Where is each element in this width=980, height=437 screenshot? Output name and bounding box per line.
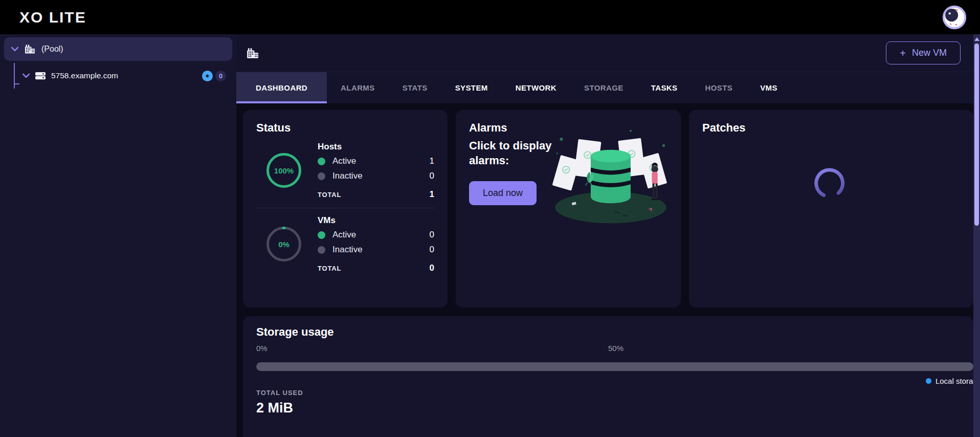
- storage-title: Storage usage: [256, 325, 334, 339]
- total-value: 1: [430, 189, 434, 200]
- inactive-value: 0: [430, 245, 434, 255]
- main-header: + New VM: [236, 34, 980, 72]
- sidebar-item-host[interactable]: 5758.example.com ★ 0: [0, 67, 236, 84]
- active-dot-icon: [318, 158, 325, 165]
- app-logo: XO LITE: [19, 9, 86, 26]
- hosts-inactive-row: Inactive 0: [318, 171, 434, 181]
- pool-label: (Pool): [41, 45, 63, 54]
- total-label: TOTAL: [318, 191, 341, 199]
- user-avatar-eye-icon[interactable]: [942, 5, 967, 30]
- vms-status-section: 0% VMs Active 0: [256, 215, 434, 273]
- axis-tick-50: 50%: [608, 344, 623, 353]
- tab-stats[interactable]: STATS: [389, 72, 441, 103]
- inactive-label: Inactive: [332, 245, 363, 255]
- total-used-label: TOTAL USED: [256, 389, 303, 397]
- load-now-button[interactable]: Load now: [469, 181, 537, 205]
- tab-storage[interactable]: STORAGE: [570, 72, 637, 103]
- tab-dashboard[interactable]: DASHBOARD: [236, 72, 327, 103]
- vms-total-row: TOTAL 0: [318, 263, 434, 273]
- hosts-total-row: TOTAL 1: [318, 189, 434, 200]
- main-panel: + New VM DASHBOARD ALARMS STATS SYSTEM N…: [236, 34, 980, 437]
- pool-city-icon: [25, 44, 35, 54]
- hosts-status-section: 100% Hosts Active 1: [256, 142, 434, 200]
- active-label: Active: [332, 230, 356, 240]
- tab-bar: DASHBOARD ALARMS STATS SYSTEM NETWORK ST…: [236, 72, 980, 103]
- database-cylinder: [591, 150, 631, 204]
- vms-active-row: Active 0: [318, 230, 434, 240]
- total-used-value: 2 MiB: [256, 400, 293, 416]
- legend-dot-icon: [926, 378, 931, 384]
- pool-city-icon: [247, 48, 259, 59]
- inactive-dot-icon: [318, 172, 325, 180]
- host-label: 5758.example.com: [51, 71, 118, 80]
- topbar: XO LITE: [0, 0, 980, 34]
- vms-progress-ring: 0%: [266, 227, 301, 261]
- status-divider: [256, 208, 434, 208]
- alarms-illustration: [552, 123, 673, 231]
- vms-inactive-row: Inactive 0: [318, 245, 434, 255]
- tab-tasks[interactable]: TASKS: [637, 72, 692, 103]
- dashboard-content: Status 100% Hosts A: [236, 103, 980, 437]
- sidebar-tree: (Pool) 5758.example.com ★ 0: [0, 34, 236, 437]
- plus-icon: +: [900, 48, 906, 58]
- new-vm-button[interactable]: + New VM: [886, 41, 961, 64]
- storage-usage-bar[interactable]: [256, 362, 973, 371]
- new-vm-label: New VM: [912, 48, 947, 58]
- active-label: Active: [332, 156, 356, 166]
- sidebar-item-pool[interactable]: (Pool): [4, 37, 232, 61]
- vertical-scrollbar[interactable]: [973, 34, 980, 437]
- hosts-active-row: Active 1: [318, 156, 434, 166]
- axis-tick-0: 0%: [256, 344, 268, 353]
- active-value: 0: [430, 230, 434, 240]
- status-card: Status 100% Hosts A: [243, 110, 448, 308]
- active-dot-icon: [318, 231, 325, 239]
- person-figure: [651, 163, 658, 200]
- favorite-star-icon[interactable]: ★: [202, 71, 213, 81]
- chevron-down-icon[interactable]: [11, 47, 18, 52]
- hosts-progress-ring: 100%: [266, 153, 301, 188]
- scrollbar-thumb[interactable]: [974, 43, 979, 226]
- tab-hosts[interactable]: HOSTS: [691, 72, 746, 103]
- vms-heading: VMs: [318, 215, 434, 226]
- inactive-label: Inactive: [332, 171, 363, 181]
- tab-alarms[interactable]: ALARMS: [327, 72, 389, 103]
- inactive-dot-icon: [318, 246, 325, 254]
- scroll-up-arrow-icon[interactable]: [974, 37, 979, 41]
- legend-item-local-storage[interactable]: Local storage: [926, 377, 973, 385]
- chevron-down-icon[interactable]: [23, 73, 30, 78]
- host-count-badge: 0: [215, 71, 226, 81]
- host-server-icon: [35, 71, 46, 80]
- active-value: 1: [430, 156, 434, 166]
- tab-network[interactable]: NETWORK: [502, 72, 570, 103]
- patches-title: Patches: [702, 121, 960, 135]
- total-label: TOTAL: [318, 265, 341, 272]
- tab-vms[interactable]: VMS: [746, 72, 791, 103]
- hosts-heading: Hosts: [318, 142, 434, 152]
- storage-usage-card: Storage usage 0% 50% Local storage TOTAL…: [243, 316, 973, 437]
- total-value: 0: [430, 263, 434, 273]
- alarms-message: Click to display alarms:: [469, 139, 559, 168]
- vms-percent: 0%: [278, 240, 289, 249]
- status-title: Status: [256, 121, 434, 135]
- alarms-card: Alarms Click to display alarms: Load now: [456, 110, 681, 308]
- tab-system[interactable]: SYSTEM: [441, 72, 502, 103]
- hosts-percent: 100%: [274, 166, 294, 175]
- loading-spinner-icon: [813, 166, 847, 200]
- legend-label: Local storage: [936, 377, 973, 385]
- xo-lite-app: XO LITE: [0, 0, 980, 437]
- patches-card: Patches: [689, 110, 973, 308]
- inactive-value: 0: [430, 171, 434, 181]
